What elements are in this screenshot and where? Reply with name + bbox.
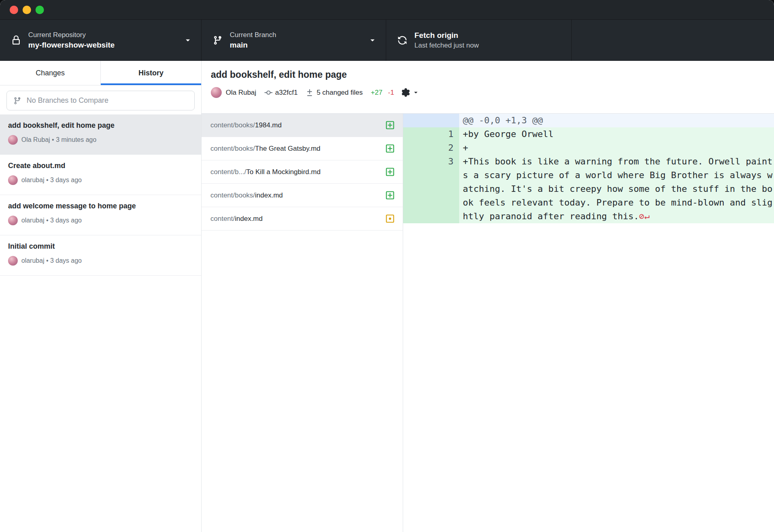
- app-window: Current Repository my-flowershow-website…: [0, 0, 774, 532]
- chevron-down-icon: [413, 89, 419, 96]
- chevron-down-icon: [369, 37, 376, 44]
- diff-line-number: 1: [432, 127, 459, 141]
- lock-icon: [11, 35, 21, 45]
- git-branch-icon: [213, 35, 223, 45]
- diff-line: 1 +by George Orwell: [403, 127, 774, 141]
- file-row[interactable]: content/books/1984.md: [202, 114, 403, 137]
- commit-sha: a32fcf1: [275, 89, 298, 97]
- file-name: index.md: [235, 215, 263, 222]
- minimize-button[interactable]: [23, 6, 31, 14]
- changed-files-count: 5 changed files: [316, 89, 362, 97]
- commit-list-item[interactable]: Initial commit olarubaj • 3 days ago: [0, 235, 201, 276]
- repository-label: Current Repository: [28, 31, 184, 39]
- gear-icon: [402, 88, 410, 97]
- avatar: [8, 216, 18, 225]
- file-row[interactable]: content/books/index.md: [202, 184, 403, 207]
- tab-history[interactable]: History: [101, 61, 201, 85]
- commit-list-item[interactable]: add bookshelf, edit home page Ola Rubaj …: [0, 114, 201, 155]
- commit-meta-text: olarubaj • 3 days ago: [21, 217, 82, 224]
- commit-list-item[interactable]: Create about.md olarubaj • 3 days ago: [0, 155, 201, 195]
- close-button[interactable]: [10, 6, 18, 14]
- avatar: [8, 135, 18, 145]
- hunk-header-text: @@ -0,0 +1,3 @@: [459, 114, 774, 127]
- commit-list-item[interactable]: add welcome message to home page olaruba…: [0, 195, 201, 235]
- file-row[interactable]: content/index.md: [202, 207, 403, 231]
- current-repository-button[interactable]: Current Repository my-flowershow-website: [0, 20, 202, 61]
- sidebar-tabs: Changes History: [0, 61, 201, 85]
- avatar: [211, 87, 222, 98]
- additions-count: +27: [371, 89, 383, 97]
- diff-line-text: +by George Orwell: [459, 127, 774, 141]
- current-branch-button[interactable]: Current Branch main: [202, 20, 386, 61]
- file-name: index.md: [255, 191, 283, 199]
- repository-name: my-flowershow-website: [28, 41, 184, 50]
- compare-placeholder: No Branches to Compare: [27, 96, 108, 105]
- branch-label: Current Branch: [230, 31, 369, 39]
- commit-title: add welcome message to home page: [8, 202, 193, 210]
- zoom-button[interactable]: [35, 6, 44, 14]
- git-branch-icon: [13, 97, 21, 105]
- file-path-prefix: content/: [210, 215, 235, 222]
- titlebar: [0, 0, 774, 20]
- file-name: The Great Gatsby.md: [255, 145, 320, 152]
- avatar: [8, 175, 18, 185]
- diff-line-text: +This book is like a warning from the fu…: [463, 156, 772, 221]
- file-path-prefix: content/b.../: [210, 168, 246, 176]
- branch-compare-box[interactable]: No Branches to Compare: [6, 91, 195, 110]
- commit-author: Ola Rubaj: [226, 89, 256, 97]
- file-name: 1984.md: [255, 121, 282, 129]
- file-path-prefix: content/books/: [210, 191, 255, 199]
- diff-line: 2 +: [403, 141, 774, 155]
- last-fetched-text: Last fetched just now: [414, 42, 562, 50]
- commit-list: add bookshelf, edit home page Ola Rubaj …: [0, 114, 201, 532]
- toolbar-empty-area: [572, 20, 774, 61]
- commit-detail-panel: add bookshelf, edit home page Ola Rubaj …: [202, 61, 774, 532]
- sync-icon: [397, 35, 407, 45]
- branch-name: main: [230, 41, 369, 50]
- file-added-icon: [385, 191, 395, 200]
- diff-line-number: 2: [432, 141, 459, 155]
- file-added-icon: [385, 167, 395, 177]
- diff-line: 3 +This book is like a warning from the …: [403, 155, 774, 223]
- commit-meta-text: Ola Rubaj • 3 minutes ago: [21, 136, 96, 143]
- file-path-prefix: content/books/: [210, 121, 255, 129]
- chevron-down-icon: [184, 37, 191, 44]
- file-row[interactable]: content/books/The Great Gatsby.md: [202, 137, 403, 160]
- diff-hunk-header: @@ -0,0 +1,3 @@: [403, 114, 774, 127]
- commit-title: Create about.md: [8, 162, 193, 170]
- commit-detail-title: add bookshelf, edit home page: [211, 69, 764, 80]
- fetch-label: Fetch origin: [414, 31, 562, 40]
- file-added-icon: [385, 121, 395, 130]
- commit-title: Initial commit: [8, 242, 193, 251]
- fetch-origin-button[interactable]: Fetch origin Last fetched just now: [386, 20, 572, 61]
- file-name: To Kill a Mockingbird.md: [246, 168, 320, 176]
- toolbar: Current Repository my-flowershow-website…: [0, 20, 774, 61]
- diff-icon: [306, 89, 314, 97]
- changed-files-list: content/books/1984.md content/books/The …: [202, 114, 403, 532]
- avatar: [8, 256, 18, 266]
- diff-line-text: +: [459, 141, 774, 155]
- file-modified-icon: [385, 214, 395, 223]
- diff-viewer: @@ -0,0 +1,3 @@ 1 +by George Orwell 2 +: [403, 114, 774, 532]
- history-sidebar: Changes History No Branches to Compare a…: [0, 61, 202, 532]
- commit-detail-header: add bookshelf, edit home page Ola Rubaj …: [202, 61, 774, 114]
- git-commit-icon: [264, 89, 273, 97]
- file-path-prefix: content/books/: [210, 145, 255, 152]
- commit-meta-text: olarubaj • 3 days ago: [21, 177, 82, 184]
- diff-line-number: 3: [432, 155, 459, 223]
- tab-changes[interactable]: Changes: [0, 61, 101, 85]
- no-newline-icon: ⊘↵: [639, 211, 650, 221]
- file-row[interactable]: content/b.../To Kill a Mockingbird.md: [202, 160, 403, 184]
- commit-meta-text: olarubaj • 3 days ago: [21, 257, 82, 264]
- file-added-icon: [385, 144, 395, 153]
- deletions-count: -1: [388, 89, 394, 97]
- commit-title: add bookshelf, edit home page: [8, 121, 193, 130]
- diff-options-button[interactable]: [402, 88, 419, 97]
